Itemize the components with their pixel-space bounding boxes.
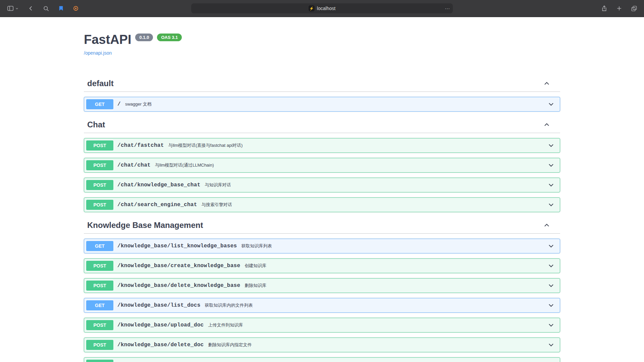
sidebar-icon — [7, 5, 14, 12]
search-icon — [43, 5, 49, 12]
method-badge: POST — [86, 180, 113, 190]
method-badge: POST — [86, 200, 113, 210]
bookmark-extension-icon — [58, 5, 64, 11]
api-info: FastAPI 0.1.0 OAS 3.1 /openapi.json — [84, 33, 560, 56]
expand-chevron-icon[interactable] — [548, 201, 558, 208]
share-icon — [601, 5, 607, 12]
operation-row[interactable]: POST /chat/fastchat 与llm模型对话(直接与fastchat… — [84, 138, 560, 153]
operation-path: /knowledge_base/delete_doc — [117, 342, 204, 348]
operation-path: /knowledge_base/list_knowledge_bases — [117, 243, 237, 249]
operation-summary: 与搜索引擎对话 — [202, 202, 232, 208]
operation-row[interactable]: POST /chat/chat 与llm模型对话(通过LLMChain) — [84, 158, 560, 173]
plus-icon — [616, 5, 622, 11]
operation-path: /knowledge_base/list_docs — [117, 302, 201, 308]
share-button[interactable] — [600, 4, 608, 12]
section-header[interactable]: Knowledge Base Management — [84, 217, 560, 234]
operation-row[interactable]: POST /knowledge_base/delete_doc 删除知识库内指定… — [84, 338, 560, 352]
expand-chevron-icon[interactable] — [548, 322, 558, 328]
operation-path: /knowledge_base/delete_knowledge_base — [117, 283, 240, 289]
address-bar[interactable]: ⚡ localhost ⋯ — [191, 3, 453, 13]
expand-chevron-icon[interactable] — [548, 342, 558, 348]
oas-badge: OAS 3.1 — [157, 34, 182, 41]
operation-path: /chat/chat — [117, 162, 151, 168]
collapse-chevron-icon[interactable] — [543, 80, 550, 87]
api-title: FastAPI — [84, 33, 131, 47]
operation-summary: 获取知识库列表 — [241, 243, 272, 249]
operation-path: /knowledge_base/upload_doc — [117, 322, 204, 328]
operation-summary: 与知识库对话 — [205, 182, 231, 188]
expand-chevron-icon[interactable] — [548, 282, 558, 289]
operation-row[interactable]: GET / swagger 文档 — [84, 97, 560, 112]
page-more-icon[interactable]: ⋯ — [445, 6, 450, 11]
operation-summary: 获取知识库内的文件列表 — [205, 302, 253, 308]
openapi-spec-link[interactable]: /openapi.json — [84, 50, 112, 56]
operation-path: /chat/fastchat — [117, 142, 164, 148]
operation-summary: 删除知识库内指定文件 — [208, 342, 252, 348]
expand-chevron-icon[interactable] — [548, 142, 558, 149]
browser-toolbar: ⚡ localhost ⋯ — [0, 0, 644, 17]
method-badge: POST — [86, 360, 113, 362]
new-tab-button[interactable] — [615, 5, 623, 12]
method-badge: POST — [86, 261, 113, 271]
operation-summary: 与llm模型对话(通过LLMChain) — [155, 162, 214, 168]
operation-row[interactable]: POST /knowledge_base/create_knowledge_ba… — [84, 258, 560, 273]
version-badge: 0.1.0 — [135, 34, 153, 41]
operation-summary: 创建知识库 — [245, 263, 266, 269]
method-badge: GET — [86, 99, 113, 109]
chevron-left-icon — [28, 5, 34, 12]
expand-chevron-icon[interactable] — [548, 182, 558, 188]
section-title: Knowledge Base Management — [87, 221, 203, 230]
site-icon: ⚡ — [309, 5, 315, 11]
method-badge: GET — [86, 241, 113, 251]
operation-path: /chat/knowledge_base_chat — [117, 182, 201, 188]
expand-chevron-icon[interactable] — [548, 101, 558, 108]
section-header[interactable]: Chat — [84, 117, 560, 133]
operation-row[interactable]: POST /knowledge_base/update_doc 更新现有文件到知… — [84, 357, 560, 362]
chevron-down-icon — [15, 7, 19, 10]
method-badge: POST — [86, 340, 113, 350]
section-chat: Chat POST /chat/fastchat 与llm模型对话(直接与fas… — [84, 117, 560, 212]
operation-summary: 删除知识库 — [245, 283, 266, 289]
tabs-icon — [631, 5, 637, 12]
method-badge: GET — [86, 300, 113, 310]
address-url: localhost — [317, 6, 335, 11]
operation-summary: swagger 文档 — [125, 101, 152, 107]
operation-row[interactable]: POST /chat/knowledge_base_chat 与知识库对话 — [84, 178, 560, 192]
operation-row[interactable]: GET /knowledge_base/list_docs 获取知识库内的文件列… — [84, 298, 560, 313]
operation-path: /chat/search_engine_chat — [117, 202, 197, 208]
back-button[interactable] — [27, 4, 35, 12]
expand-chevron-icon[interactable] — [548, 262, 558, 269]
section-title: default — [87, 79, 114, 88]
expand-chevron-icon[interactable] — [548, 302, 558, 309]
operation-path: / — [117, 101, 121, 107]
operation-summary: 上传文件到知识库 — [208, 322, 243, 328]
method-badge: POST — [86, 281, 113, 291]
collapse-chevron-icon[interactable] — [543, 121, 550, 128]
method-badge: POST — [86, 160, 113, 170]
search-button[interactable] — [42, 5, 50, 12]
operation-row[interactable]: GET /knowledge_base/list_knowledge_bases… — [84, 239, 560, 253]
page-title: FastAPI 0.1.0 OAS 3.1 — [84, 33, 560, 47]
method-badge: POST — [86, 320, 113, 330]
operation-row[interactable]: POST /knowledge_base/upload_doc 上传文件到知识库 — [84, 318, 560, 333]
expand-chevron-icon[interactable] — [548, 162, 558, 169]
section-title: Chat — [87, 120, 105, 129]
operation-row[interactable]: POST /knowledge_base/delete_knowledge_ba… — [84, 278, 560, 293]
operation-summary: 与llm模型对话(直接与fastchat api对话) — [168, 142, 243, 148]
record-extension-icon — [73, 5, 79, 11]
tab-overview-button[interactable] — [630, 5, 638, 12]
operation-row[interactable]: POST /chat/search_engine_chat 与搜索引擎对话 — [84, 197, 560, 212]
extension-blue-button[interactable] — [57, 5, 65, 12]
page-content: FastAPI 0.1.0 OAS 3.1 /openapi.json defa… — [0, 17, 644, 362]
method-badge: POST — [86, 140, 113, 150]
operation-path: /knowledge_base/create_knowledge_base — [117, 263, 240, 269]
expand-chevron-icon[interactable] — [548, 243, 558, 249]
extension-orange-button[interactable] — [72, 5, 79, 12]
sidebar-toggle-button[interactable] — [6, 4, 19, 13]
section-header[interactable]: default — [84, 75, 560, 92]
collapse-chevron-icon[interactable] — [543, 222, 550, 229]
section-default: default GET / swagger 文档 — [84, 75, 560, 112]
section-knowledge-base-management: Knowledge Base Management GET /knowledge… — [84, 217, 560, 362]
